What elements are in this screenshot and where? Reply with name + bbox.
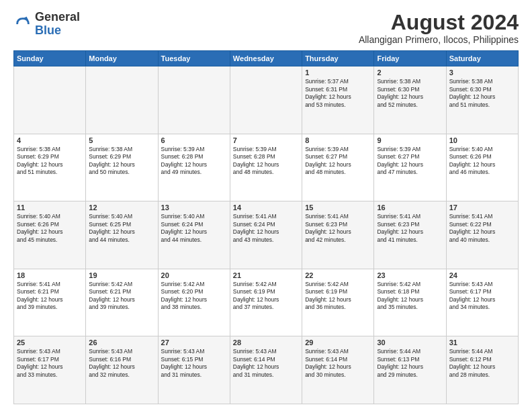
cell-content: Sunrise: 5:43 AMSunset: 6:14 PMDaylight:… [305, 348, 371, 379]
cell-w2-d1: 4Sunrise: 5:38 AMSunset: 6:29 PMDaylight… [14, 134, 86, 201]
page: General Blue August 2024 Allangigan Prim… [0, 0, 532, 411]
title-block: August 2024 Allangigan Primero, Ilocos, … [359, 11, 519, 45]
cell-content: Sunrise: 5:40 AMSunset: 6:26 PMDaylight:… [449, 146, 515, 177]
cell-content: Sunrise: 5:43 AMSunset: 6:16 PMDaylight:… [89, 348, 154, 379]
cell-content: Sunrise: 5:42 AMSunset: 6:21 PMDaylight:… [89, 281, 154, 312]
day-number: 26 [89, 338, 154, 347]
day-number: 17 [449, 203, 515, 212]
cell-w4-d2: 19Sunrise: 5:42 AMSunset: 6:21 PMDayligh… [86, 269, 158, 336]
cell-content: Sunrise: 5:38 AMSunset: 6:30 PMDaylight:… [449, 78, 515, 109]
day-number: 11 [17, 203, 83, 212]
cell-w1-d5: 1Sunrise: 5:37 AMSunset: 6:31 PMDaylight… [302, 66, 374, 134]
col-thursday: Thursday [302, 51, 374, 66]
week-row-2: 4Sunrise: 5:38 AMSunset: 6:29 PMDaylight… [14, 134, 519, 201]
col-tuesday: Tuesday [158, 51, 230, 66]
cell-w3-d2: 12Sunrise: 5:40 AMSunset: 6:25 PMDayligh… [86, 201, 158, 269]
col-sunday: Sunday [14, 51, 86, 66]
cell-w2-d2: 5Sunrise: 5:38 AMSunset: 6:29 PMDaylight… [86, 134, 158, 201]
day-number: 21 [233, 271, 299, 279]
cell-content: Sunrise: 5:40 AMSunset: 6:25 PMDaylight:… [89, 213, 154, 244]
cell-content: Sunrise: 5:38 AMSunset: 6:29 PMDaylight:… [89, 146, 154, 177]
cell-content: Sunrise: 5:41 AMSunset: 6:22 PMDaylight:… [449, 213, 515, 244]
day-number: 20 [161, 271, 227, 279]
cell-w1-d7: 3Sunrise: 5:38 AMSunset: 6:30 PMDaylight… [446, 66, 518, 134]
cell-content: Sunrise: 5:44 AMSunset: 6:12 PMDaylight:… [449, 348, 515, 379]
col-monday: Monday [86, 51, 158, 66]
month-year: August 2024 [359, 11, 519, 34]
cell-w3-d3: 13Sunrise: 5:40 AMSunset: 6:24 PMDayligh… [158, 201, 230, 269]
cell-w5-d3: 27Sunrise: 5:43 AMSunset: 6:15 PMDayligh… [158, 336, 230, 404]
cell-w5-d1: 25Sunrise: 5:43 AMSunset: 6:17 PMDayligh… [14, 336, 86, 404]
logo: General Blue [13, 11, 80, 38]
cell-content: Sunrise: 5:42 AMSunset: 6:19 PMDaylight:… [305, 281, 371, 312]
cell-content: Sunrise: 5:41 AMSunset: 6:23 PMDaylight:… [305, 213, 371, 244]
cell-content: Sunrise: 5:43 AMSunset: 6:17 PMDaylight:… [449, 281, 515, 312]
cell-content: Sunrise: 5:40 AMSunset: 6:26 PMDaylight:… [17, 213, 83, 244]
cell-w4-d4: 21Sunrise: 5:42 AMSunset: 6:19 PMDayligh… [230, 269, 302, 336]
cell-w1-d1 [14, 66, 86, 134]
cell-w5-d4: 28Sunrise: 5:43 AMSunset: 6:14 PMDayligh… [230, 336, 302, 404]
logo-blue: Blue [35, 24, 61, 37]
calendar-body: 1Sunrise: 5:37 AMSunset: 6:31 PMDaylight… [14, 66, 519, 404]
calendar-table: Sunday Monday Tuesday Wednesday Thursday… [13, 50, 519, 404]
logo-icon [13, 15, 32, 34]
day-number: 25 [17, 338, 83, 347]
cell-content: Sunrise: 5:43 AMSunset: 6:17 PMDaylight:… [17, 348, 83, 379]
location: Allangigan Primero, Ilocos, Philippines [359, 34, 519, 45]
col-wednesday: Wednesday [230, 51, 302, 66]
cell-w4-d7: 24Sunrise: 5:43 AMSunset: 6:17 PMDayligh… [446, 269, 518, 336]
cell-content: Sunrise: 5:39 AMSunset: 6:28 PMDaylight:… [233, 146, 299, 177]
day-number: 9 [377, 136, 443, 144]
cell-content: Sunrise: 5:42 AMSunset: 6:20 PMDaylight:… [161, 281, 227, 312]
day-number: 7 [233, 136, 299, 144]
cell-w2-d7: 10Sunrise: 5:40 AMSunset: 6:26 PMDayligh… [446, 134, 518, 201]
day-number: 30 [377, 338, 443, 347]
cell-w1-d6: 2Sunrise: 5:38 AMSunset: 6:30 PMDaylight… [374, 66, 446, 134]
col-friday: Friday [374, 51, 446, 66]
day-number: 27 [161, 338, 227, 347]
day-number: 31 [449, 338, 515, 347]
cell-content: Sunrise: 5:37 AMSunset: 6:31 PMDaylight:… [305, 78, 371, 109]
cell-content: Sunrise: 5:39 AMSunset: 6:27 PMDaylight:… [377, 146, 443, 177]
logo-text: General Blue [35, 11, 80, 38]
cell-w2-d4: 7Sunrise: 5:39 AMSunset: 6:28 PMDaylight… [230, 134, 302, 201]
day-number: 24 [449, 271, 515, 279]
week-row-3: 11Sunrise: 5:40 AMSunset: 6:26 PMDayligh… [14, 201, 519, 269]
cell-w4-d6: 23Sunrise: 5:42 AMSunset: 6:18 PMDayligh… [374, 269, 446, 336]
cell-w5-d2: 26Sunrise: 5:43 AMSunset: 6:16 PMDayligh… [86, 336, 158, 404]
day-number: 2 [377, 68, 443, 77]
cell-w4-d1: 18Sunrise: 5:41 AMSunset: 6:21 PMDayligh… [14, 269, 86, 336]
header-row: Sunday Monday Tuesday Wednesday Thursday… [14, 51, 519, 66]
day-number: 29 [305, 338, 371, 347]
logo-general: General [35, 10, 80, 24]
cell-content: Sunrise: 5:43 AMSunset: 6:15 PMDaylight:… [161, 348, 227, 379]
day-number: 1 [305, 68, 371, 77]
week-row-1: 1Sunrise: 5:37 AMSunset: 6:31 PMDaylight… [14, 66, 519, 134]
day-number: 22 [305, 271, 371, 279]
cell-w4-d3: 20Sunrise: 5:42 AMSunset: 6:20 PMDayligh… [158, 269, 230, 336]
day-number: 5 [89, 136, 154, 144]
cell-w4-d5: 22Sunrise: 5:42 AMSunset: 6:19 PMDayligh… [302, 269, 374, 336]
day-number: 10 [449, 136, 515, 144]
day-number: 18 [17, 271, 83, 279]
cell-w1-d2 [86, 66, 158, 134]
cell-content: Sunrise: 5:42 AMSunset: 6:19 PMDaylight:… [233, 281, 299, 312]
cell-w3-d7: 17Sunrise: 5:41 AMSunset: 6:22 PMDayligh… [446, 201, 518, 269]
day-number: 14 [233, 203, 299, 212]
cell-w2-d3: 6Sunrise: 5:39 AMSunset: 6:28 PMDaylight… [158, 134, 230, 201]
cell-w3-d6: 16Sunrise: 5:41 AMSunset: 6:23 PMDayligh… [374, 201, 446, 269]
cell-w1-d3 [158, 66, 230, 134]
day-number: 19 [89, 271, 154, 279]
week-row-4: 18Sunrise: 5:41 AMSunset: 6:21 PMDayligh… [14, 269, 519, 336]
day-number: 8 [305, 136, 371, 144]
cell-w2-d6: 9Sunrise: 5:39 AMSunset: 6:27 PMDaylight… [374, 134, 446, 201]
day-number: 16 [377, 203, 443, 212]
week-row-5: 25Sunrise: 5:43 AMSunset: 6:17 PMDayligh… [14, 336, 519, 404]
cell-content: Sunrise: 5:41 AMSunset: 6:21 PMDaylight:… [17, 281, 83, 312]
cell-w3-d1: 11Sunrise: 5:40 AMSunset: 6:26 PMDayligh… [14, 201, 86, 269]
day-number: 4 [17, 136, 83, 144]
cell-w3-d5: 15Sunrise: 5:41 AMSunset: 6:23 PMDayligh… [302, 201, 374, 269]
cell-content: Sunrise: 5:38 AMSunset: 6:29 PMDaylight:… [17, 146, 83, 177]
col-saturday: Saturday [446, 51, 518, 66]
cell-content: Sunrise: 5:41 AMSunset: 6:23 PMDaylight:… [377, 213, 443, 244]
